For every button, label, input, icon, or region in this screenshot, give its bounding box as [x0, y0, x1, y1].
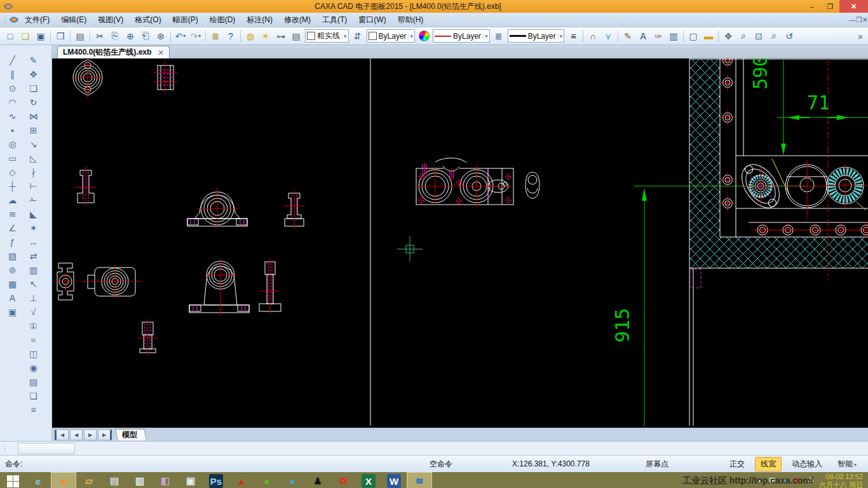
- tray-messenger-icon[interactable]: ●: [778, 476, 791, 487]
- part-plummer-block-front[interactable]: [187, 188, 247, 229]
- taskbar-firefox-button[interactable]: ●: [51, 472, 76, 488]
- toolbar-print-button[interactable]: ▤: [73, 29, 87, 43]
- tool-formula-curve-button[interactable]: ƒ: [6, 235, 20, 249]
- tool-spline-button[interactable]: ∿: [6, 109, 20, 123]
- toolbar-zoom-window-button[interactable]: ⊡: [752, 29, 766, 43]
- toolbar-zoom-in-button[interactable]: ⌕: [736, 29, 750, 43]
- status-toggle-ortho[interactable]: 正交: [724, 458, 750, 471]
- dimension-590[interactable]: 590: [749, 58, 771, 90]
- restore-button[interactable]: ❐: [821, 0, 839, 13]
- tool-dimension-edit-button[interactable]: ⇄: [27, 249, 41, 263]
- menu-paper[interactable]: 幅面(P): [167, 14, 204, 25]
- tool-balloon-button[interactable]: ①: [27, 319, 41, 333]
- status-toggle-smart-snap[interactable]: 智能▾: [832, 458, 862, 471]
- toolbar-zoom-previous-button[interactable]: ⌕: [767, 29, 781, 43]
- tool-explode-button[interactable]: ✶: [27, 221, 41, 235]
- tool-trim-button[interactable]: ✁: [27, 193, 41, 207]
- menu-format[interactable]: 格式(O): [129, 14, 166, 25]
- tool-table-button[interactable]: ▦: [6, 277, 20, 291]
- tool-ole-object-button[interactable]: ❏: [27, 389, 41, 403]
- tool-wipeout-button[interactable]: ≋: [6, 207, 20, 221]
- point-mode-label[interactable]: 屏幕点: [646, 459, 722, 470]
- toolbar-style-edit-button[interactable]: ✑: [651, 29, 665, 43]
- taskbar-pdf-reader-button[interactable]: ▲: [229, 472, 254, 488]
- command-history-box[interactable]: [18, 443, 75, 454]
- model-nav-next-button[interactable]: ▶: [84, 430, 97, 440]
- bolt-hole-row[interactable]: [751, 222, 868, 238]
- menu-file[interactable]: 文件(F): [19, 14, 55, 25]
- menu-view[interactable]: 视图(V): [92, 14, 129, 25]
- part-flange-bearing-top[interactable]: [73, 58, 102, 98]
- taskbar-caxa-button[interactable]: ≋: [407, 472, 432, 488]
- tool-weld-symbol-button[interactable]: ≈: [27, 333, 41, 347]
- toolbar-format-brush-button[interactable]: ✎: [621, 29, 635, 43]
- tool-hatch-button[interactable]: ▨: [6, 249, 20, 263]
- toolbar-paste-button[interactable]: ⎗: [139, 29, 153, 43]
- toolbar-object-snap-button[interactable]: ∩: [586, 29, 600, 43]
- toolbar-pan-button[interactable]: ✥: [721, 29, 735, 43]
- close-button[interactable]: ✕: [839, 0, 868, 13]
- command-prompt-label[interactable]: 命令:: [5, 459, 22, 470]
- taskbar-photoshop-button[interactable]: Ps: [203, 472, 229, 488]
- toolbar-cut-button[interactable]: ✂: [93, 29, 107, 43]
- part-bolt-small[interactable]: [137, 319, 158, 356]
- tool-point-button[interactable]: ▪: [6, 123, 20, 137]
- tool-line-button[interactable]: ╱: [6, 53, 20, 67]
- toolbar-layer-print-button[interactable]: ▤: [289, 29, 303, 43]
- toolbar-copy-button[interactable]: ⎘: [108, 29, 122, 43]
- toolbar-overflow-button[interactable]: »: [853, 29, 867, 43]
- toolbar-layer-freeze-button[interactable]: ☀: [259, 29, 273, 43]
- toolbar-save-button[interactable]: ▣: [34, 29, 48, 43]
- tool-text-button[interactable]: A: [6, 291, 20, 305]
- taskbar-paint-button[interactable]: ◧: [153, 472, 178, 488]
- menu-dimension[interactable]: 标注(N): [241, 14, 278, 25]
- model-nav-prev-button[interactable]: ◀: [70, 430, 83, 440]
- part-bearing-plate[interactable]: [415, 158, 513, 207]
- tool-erase-button[interactable]: ✎: [27, 53, 41, 67]
- part-block-side-upper[interactable]: [283, 189, 305, 229]
- tool-scale-button[interactable]: ◺: [27, 151, 41, 165]
- tool-block-button[interactable]: ▣: [6, 305, 20, 319]
- bolt-hole-column[interactable]: [721, 58, 735, 212]
- toolbar-lineweight-settings-button[interactable]: ≡: [566, 29, 580, 43]
- taskbar-baidu-hi-button[interactable]: ●: [280, 472, 305, 488]
- part-plummer-block-tall-front[interactable]: [189, 259, 249, 315]
- tool-parallel-line-button[interactable]: ∥: [6, 67, 20, 81]
- tool-visibility-button[interactable]: ◉: [27, 361, 41, 375]
- model-nav-last-button[interactable]: ▶: [98, 430, 112, 440]
- taskbar-ie-button[interactable]: e: [25, 472, 51, 488]
- tool-rectangle-button[interactable]: ▭: [6, 151, 20, 165]
- tray-reader-icon[interactable]: ▮: [791, 476, 804, 487]
- part-bracket-side-small[interactable]: [75, 166, 97, 206]
- menu-edit[interactable]: 编辑(E): [55, 14, 92, 25]
- toolbar-zoom-all-button[interactable]: ↺: [782, 29, 796, 43]
- taskbar-notepad-button[interactable]: ▥: [127, 472, 153, 488]
- part-takeup-side[interactable]: [55, 263, 76, 300]
- tray-windows-icon[interactable]: ⊞: [766, 476, 778, 487]
- color-select-dropdown[interactable]: ByLayer▾: [367, 29, 416, 43]
- tool-leader-button[interactable]: ↖: [27, 277, 41, 291]
- toolbar-linetype-manager-button[interactable]: ≣: [492, 29, 506, 43]
- part-block-side-tall[interactable]: [259, 258, 281, 314]
- status-toggle-lineweight[interactable]: 线宽: [755, 457, 782, 471]
- layer-select-dropdown[interactable]: 粗实线▾: [305, 29, 349, 43]
- tool-copy-object-button[interactable]: ❑: [27, 81, 41, 95]
- minimize-button[interactable]: –: [803, 0, 821, 13]
- menu-modify[interactable]: 修改(M): [278, 14, 316, 25]
- taskbar-fax-button[interactable]: ▤: [102, 472, 127, 488]
- taskbar-fetion-button[interactable]: ●: [254, 472, 280, 488]
- toolbar-node-snap-button[interactable]: ⋎: [601, 29, 615, 43]
- tray-expand-icon[interactable]: ▴: [753, 477, 766, 485]
- tool-move-button[interactable]: ✥: [27, 67, 41, 81]
- toolbar-module-manager-button[interactable]: ≣: [208, 29, 222, 43]
- tool-list-button[interactable]: ≡: [27, 403, 41, 417]
- tool-dimension-tool-button[interactable]: ↔: [27, 235, 41, 249]
- tab-close-icon[interactable]: ✕: [158, 48, 164, 57]
- toolbar-undo-button[interactable]: ↶▾: [173, 29, 187, 43]
- tool-datum-button[interactable]: ⊥: [27, 291, 41, 305]
- toolbar-paste-special-button[interactable]: ⊛: [154, 29, 168, 43]
- tool-offset-button[interactable]: ∠: [6, 221, 20, 235]
- taskbar-excel-button[interactable]: X: [356, 472, 381, 488]
- tool-arc-button[interactable]: ◠: [6, 95, 20, 109]
- pulley-wheel[interactable]: [784, 160, 830, 219]
